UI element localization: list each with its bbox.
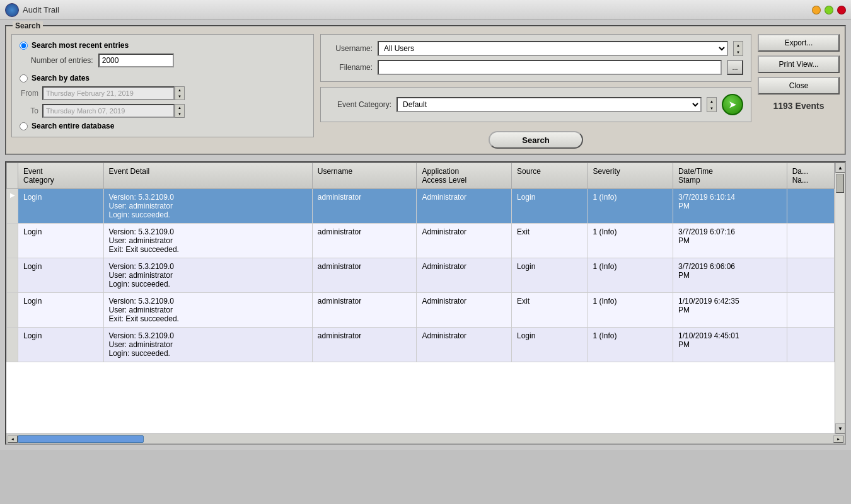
event-category-select-wrapper: Default Login System bbox=[397, 97, 702, 112]
vert-scroll-thumb[interactable] bbox=[836, 174, 844, 193]
col-datetime-stamp: Date/TimeStamp bbox=[673, 163, 787, 189]
by-dates-radio[interactable] bbox=[20, 74, 28, 83]
event-category-cell: Login bbox=[18, 189, 104, 224]
username-filename-group: Username: All Users administrator ▲▼ F bbox=[320, 34, 751, 82]
date-from-input[interactable]: Thursday February 21, 2019 bbox=[42, 86, 175, 100]
event-detail-cell: Version: 5.3.2109.0 User: administrator … bbox=[103, 293, 312, 328]
table-outer: EventCategory Event Detail Username Appl… bbox=[6, 163, 845, 433]
minimize-button[interactable] bbox=[812, 6, 821, 14]
window-controls bbox=[812, 6, 846, 14]
event-detail-cell: Version: 5.3.2109.0 User: administrator … bbox=[103, 328, 312, 362]
event-category-label: Event Category: bbox=[328, 100, 391, 109]
table-wrapper[interactable]: EventCategory Event Detail Username Appl… bbox=[6, 163, 835, 433]
severity-cell: 1 (Info) bbox=[588, 258, 673, 293]
vert-scroll-track bbox=[835, 173, 845, 423]
audit-table: EventCategory Event Detail Username Appl… bbox=[6, 163, 835, 362]
scroll-left-arrow[interactable]: ◄ bbox=[8, 435, 18, 443]
date-from-row: From Thursday February 21, 2019 ▲▼ bbox=[20, 86, 306, 100]
table-row[interactable]: ▶LoginVersion: 5.3.2109.0 User: administ… bbox=[7, 189, 835, 224]
date-from-spin[interactable]: ▲▼ bbox=[175, 86, 185, 100]
filename-input[interactable] bbox=[378, 60, 722, 75]
datetime-stamp-cell: 1/10/2019 6:42:35 PM bbox=[673, 293, 787, 328]
close-window-button[interactable] bbox=[837, 6, 846, 14]
search-button[interactable]: Search bbox=[489, 131, 583, 149]
entries-input[interactable] bbox=[98, 54, 174, 67]
event-category-cell: Login bbox=[18, 224, 104, 258]
event-detail-cell: Version: 5.3.2109.0 User: administrator … bbox=[103, 258, 312, 293]
title-bar-left: Audit Trail bbox=[5, 3, 59, 17]
event-category-spin[interactable]: ▲▼ bbox=[707, 97, 717, 112]
date-to-row: To Thursday March 07, 2019 ▲▼ bbox=[20, 104, 306, 118]
date-to-spin[interactable]: ▲▼ bbox=[175, 104, 185, 118]
export-button[interactable]: Export... bbox=[758, 34, 840, 52]
source-cell: Login bbox=[511, 189, 587, 224]
severity-cell: 1 (Info) bbox=[588, 224, 673, 258]
table-body: ▶LoginVersion: 5.3.2109.0 User: administ… bbox=[7, 189, 835, 362]
date-from-wrapper: Thursday February 21, 2019 ▲▼ bbox=[42, 86, 185, 100]
date-name-cell bbox=[787, 189, 834, 224]
severity-cell: 1 (Info) bbox=[588, 293, 673, 328]
username-select[interactable]: All Users administrator bbox=[379, 42, 727, 55]
source-cell: Login bbox=[511, 328, 587, 362]
search-options-middle: Username: All Users administrator ▲▼ F bbox=[320, 34, 751, 149]
username-cell: administrator bbox=[312, 189, 417, 224]
col-event-detail: Event Detail bbox=[103, 163, 312, 189]
table-row[interactable]: LoginVersion: 5.3.2109.0 User: administr… bbox=[7, 328, 835, 362]
col-date-name: Da...Na... bbox=[787, 163, 834, 189]
table-row[interactable]: LoginVersion: 5.3.2109.0 User: administr… bbox=[7, 293, 835, 328]
horizontal-scrollbar[interactable]: ◄ ► bbox=[6, 433, 845, 444]
table-row[interactable]: LoginVersion: 5.3.2109.0 User: administr… bbox=[7, 258, 835, 293]
entire-db-label: Search entire database bbox=[32, 122, 114, 130]
app-access-level-cell: Administrator bbox=[417, 189, 512, 224]
app-access-level-cell: Administrator bbox=[417, 328, 512, 362]
col-event-category: EventCategory bbox=[18, 163, 104, 189]
table-container: EventCategory Event Detail Username Appl… bbox=[5, 161, 846, 445]
filename-label: Filename: bbox=[328, 63, 373, 72]
row-indicator-cell bbox=[7, 224, 18, 258]
close-button[interactable]: Close bbox=[758, 77, 840, 94]
scroll-right-arrow[interactable]: ► bbox=[833, 435, 843, 443]
date-name-cell bbox=[787, 258, 834, 293]
date-from-value: Thursday February 21, 2019 bbox=[46, 89, 134, 97]
scroll-down-arrow[interactable]: ▼ bbox=[835, 423, 845, 433]
vertical-scrollbar[interactable]: ▲ ▼ bbox=[835, 163, 845, 433]
event-category-select[interactable]: Default Login System bbox=[398, 98, 700, 111]
scroll-up-arrow[interactable]: ▲ bbox=[835, 163, 845, 173]
col-username: Username bbox=[312, 163, 417, 189]
date-to-wrapper: Thursday March 07, 2019 ▲▼ bbox=[42, 104, 185, 118]
event-category-cell: Login bbox=[18, 293, 104, 328]
datetime-stamp-cell: 1/10/2019 4:45:01 PM bbox=[673, 328, 787, 362]
table-row[interactable]: LoginVersion: 5.3.2109.0 User: administr… bbox=[7, 224, 835, 258]
print-view-button[interactable]: Print View... bbox=[758, 55, 840, 73]
most-recent-label: Search most recent entries bbox=[32, 41, 129, 50]
date-from-label: From bbox=[20, 89, 38, 98]
horiz-scroll-thumb[interactable] bbox=[18, 435, 144, 443]
username-spin[interactable]: ▲▼ bbox=[733, 41, 743, 56]
browse-button[interactable]: ... bbox=[727, 60, 743, 75]
col-severity: Severity bbox=[588, 163, 673, 189]
row-indicator-cell bbox=[7, 293, 18, 328]
maximize-button[interactable] bbox=[825, 6, 833, 14]
date-to-value: Thursday March 07, 2019 bbox=[46, 107, 125, 115]
date-to-input[interactable]: Thursday March 07, 2019 bbox=[42, 104, 175, 118]
source-cell: Exit bbox=[511, 224, 587, 258]
most-recent-radio[interactable] bbox=[20, 42, 28, 50]
username-cell: administrator bbox=[312, 293, 417, 328]
event-detail-cell: Version: 5.3.2109.0 User: administrator … bbox=[103, 224, 312, 258]
row-indicator-cell bbox=[7, 328, 18, 362]
search-btn-row: Search bbox=[320, 131, 751, 149]
username-cell: administrator bbox=[312, 328, 417, 362]
app-access-level-cell: Administrator bbox=[417, 258, 512, 293]
window-title: Audit Trail bbox=[23, 5, 59, 14]
search-options-left: Search most recent entries Number of ent… bbox=[11, 34, 314, 137]
app-access-level-cell: Administrator bbox=[417, 224, 512, 258]
app-icon bbox=[5, 3, 19, 17]
search-panel-inner: Search most recent entries Number of ent… bbox=[11, 32, 840, 149]
by-dates-label: Search by dates bbox=[32, 74, 90, 83]
go-button[interactable]: ➤ bbox=[722, 94, 743, 115]
row-indicator-cell bbox=[7, 258, 18, 293]
row-indicator-cell: ▶ bbox=[7, 189, 18, 224]
entire-db-radio[interactable] bbox=[20, 122, 28, 130]
app-access-level-cell: Administrator bbox=[417, 293, 512, 328]
username-row: Username: All Users administrator ▲▼ bbox=[328, 41, 743, 56]
